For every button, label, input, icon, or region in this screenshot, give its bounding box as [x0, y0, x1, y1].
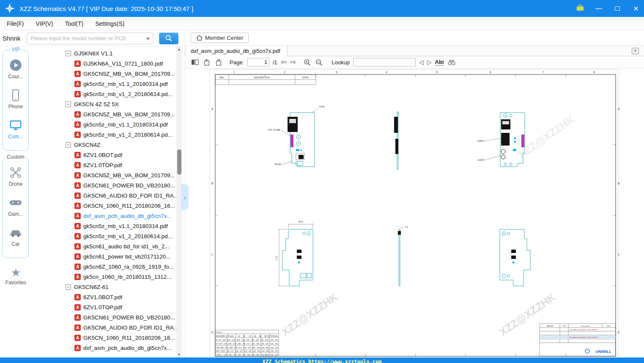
file-name: dxf_asm_pcb_audio_db_gi5cn7x... — [83, 345, 172, 351]
custom-group-label: Custom — [5, 154, 25, 160]
match-case-button[interactable]: Abi — [435, 59, 444, 66]
pdf-file-icon — [74, 111, 81, 118]
shrink-button[interactable]: Shrink — [3, 35, 21, 42]
tree-group[interactable]: −GJ5KN6X V1.1 — [32, 48, 176, 58]
tree-file[interactable]: gk5cn5z_mb_v1_2_20180614.pd... — [32, 89, 176, 99]
pdf-file-icon — [74, 172, 81, 179]
minimize-button[interactable]: — — [594, 5, 603, 12]
tree-file[interactable]: GK5CN_1060_R11_20180206_16... — [32, 333, 176, 343]
scroll-down-icon[interactable]: ▼ — [176, 352, 182, 358]
svg-text:3: 3 — [336, 71, 337, 74]
tree-file[interactable]: gk5cn61_power bd_vb20171120... — [32, 251, 176, 261]
panel-collapse-handle[interactable]: ‹ — [181, 184, 189, 210]
tree-file[interactable]: dxf_asm_pcb_audio_db_gi5cn7x... — [32, 343, 176, 353]
document-tab[interactable]: dxf_asm_pcb_audio_db_gi5cn7x.pdf — [185, 46, 288, 57]
member-center-button[interactable]: Member Center — [191, 33, 249, 43]
tree-group[interactable]: −GK5CN6Z-61 — [32, 282, 176, 292]
close-document-button[interactable]: ✕ — [632, 48, 639, 54]
svg-text:REV.: REV. — [219, 76, 225, 79]
tree-file[interactable]: gk5cn_1060_rb_20180115_1312... — [32, 272, 176, 282]
sidebar-item-course[interactable]: Cour... — [3, 59, 28, 80]
pdf-file-icon — [74, 121, 81, 128]
dropdown-caret-icon[interactable] — [146, 38, 150, 40]
pdf-file-icon — [74, 345, 81, 351]
tree-file[interactable]: GK5CN6_AUDIO BD_FOR ID1_RA... — [32, 322, 176, 333]
tree-file[interactable]: GJ5KN6A_V11_0721_1800.pdf — [32, 58, 176, 69]
sidebar-item-label: Car — [11, 241, 19, 247]
tree-file[interactable]: GK5CN5Z_MB_VA_BOM_201709... — [32, 170, 176, 180]
file-name: GK5CN61_POWER BD_VB20180... — [83, 182, 175, 189]
file-name: gk5cn6Z_1060_ra_0926_1919_fo... — [83, 264, 174, 270]
svg-text:AUDIO: AUDIO — [478, 159, 485, 161]
tree-file[interactable]: gk5cn5z_mb_v1.1_20180314.pdf — [32, 79, 176, 89]
collapse-icon[interactable]: − — [66, 51, 71, 56]
search-button[interactable] — [159, 33, 178, 44]
page-number-input[interactable] — [247, 58, 269, 66]
tree-file[interactable]: 6ZV1.0BOT.pdf — [32, 150, 176, 160]
file-name: GK5CN_1060_R11_20180206_16... — [83, 203, 175, 209]
rotate-right-icon[interactable] — [214, 58, 223, 66]
sidebar-item-drone[interactable]: Drone — [3, 166, 28, 187]
tree-file[interactable]: GK5CN_1060_R11_20180206_16... — [32, 201, 176, 211]
menu-tool[interactable]: Tool(T) — [65, 20, 84, 27]
star-icon: ★ — [11, 267, 21, 278]
tree-file[interactable]: gk5cn5z_mb_v1.1_20180314.pdf — [32, 119, 176, 129]
license-briefcase-icon[interactable] — [575, 3, 585, 14]
tree-file[interactable]: GK5CN5Z_MB_VA_BOM_201709... — [32, 69, 176, 79]
sidebar-group-vip: VIP Cour... Phone Com... — [3, 50, 29, 151]
tree-file[interactable]: 6ZV1.0TOP.pdf — [32, 302, 176, 312]
svg-text:8: 8 — [593, 71, 595, 74]
svg-text:DATE: DATE — [302, 76, 309, 79]
svg-text:2: 2 — [284, 71, 285, 74]
sidebar-item-computer[interactable]: Com... — [3, 119, 28, 140]
collapse-icon[interactable]: − — [66, 142, 71, 148]
tree-file[interactable]: GK5CN61_POWER BD_VB20180... — [32, 180, 176, 190]
drone-icon — [9, 166, 22, 179]
tree-file[interactable]: gk5cn5z_mb_v1_2_20180614.pd... — [32, 231, 176, 241]
two-page-view-icon[interactable] — [191, 58, 199, 66]
sidebar-item-car[interactable]: Car — [3, 226, 28, 247]
tree-group[interactable]: −GK5CN4Z — [32, 140, 176, 150]
menu-settings[interactable]: Settings(S) — [95, 20, 124, 27]
find-prev-button[interactable]: ◁ — [419, 58, 424, 66]
tree-file[interactable]: GK5CN6_AUDIO BD_FOR ID1_RA... — [32, 190, 176, 201]
scrollbar-thumb[interactable] — [177, 149, 181, 175]
sidebar-item-label: Cour... — [8, 74, 23, 80]
pdf-file-icon — [74, 91, 81, 97]
collapse-icon[interactable]: − — [66, 284, 71, 290]
sidebar-item-favorites[interactable]: ★ Favorites — [0, 267, 32, 286]
maximize-button[interactable] — [613, 5, 622, 12]
sidebar-item-phone[interactable]: Phone — [3, 89, 28, 110]
file-name: GK5CN61_POWER BD_VB20180... — [83, 314, 175, 321]
binoculars-icon[interactable] — [447, 58, 456, 66]
play-circle-icon — [9, 59, 22, 72]
close-button[interactable]: ✕ — [631, 5, 641, 13]
sidebar-item-game[interactable]: Gam... — [3, 196, 28, 217]
tree-group[interactable]: −GK5CN 4Z 5Z 5X — [32, 99, 176, 109]
tree-file[interactable]: 6ZV1.0BOT.pdf — [32, 292, 176, 302]
menu-file[interactable]: File(F) — [7, 20, 24, 27]
prev-page-button[interactable]: ⇦ — [281, 58, 287, 66]
next-page-button[interactable]: ⇨ — [290, 58, 296, 66]
tree-file[interactable]: GK5CN61_POWER BD_VB20180... — [32, 312, 176, 322]
lookup-input[interactable] — [353, 58, 416, 66]
zoom-out-icon[interactable] — [315, 58, 323, 66]
pdf-viewer[interactable]: XZZ@XZZHK XZZ@XZZHK XZZ@XZZHK 1 2 3 4 5 … — [185, 69, 644, 358]
scroll-up-icon[interactable]: ▲ — [176, 47, 182, 52]
svg-text:USB3.0: USB3.0 — [477, 140, 485, 142]
find-next-button[interactable]: ▷ — [427, 58, 432, 66]
menu-vip[interactable]: VIP(V) — [36, 20, 53, 27]
tree-file[interactable]: gk5cn5z_mb_v1_2_20180614.pd... — [32, 129, 176, 140]
tree-file[interactable]: gk5cn6Z_1060_ra_0926_1919_fo... — [32, 261, 176, 272]
pdf-file-icon — [74, 274, 81, 280]
tree-file[interactable]: 6ZV1.0TOP.pdf — [32, 160, 176, 170]
tree-file[interactable]: gk5cn61_audio bd_for id1_vb_2... — [32, 241, 176, 251]
tree-file-selected[interactable]: dxf_asm_pcb_audio_db_gi5cn7x... — [32, 211, 176, 221]
collapse-icon[interactable]: − — [66, 102, 71, 107]
zoom-in-icon[interactable] — [303, 58, 311, 66]
model-search-input[interactable] — [27, 33, 153, 44]
rotate-left-icon[interactable] — [203, 58, 211, 66]
tree-file[interactable]: gk5cn5z_mb_v1.1_20180314.pdf — [32, 221, 176, 231]
file-name: gk5cn5z_mb_v1_2_20180614.pd... — [83, 233, 173, 239]
tree-file[interactable]: GK5CN5Z_MB_VA_BOM_201709... — [32, 109, 176, 119]
